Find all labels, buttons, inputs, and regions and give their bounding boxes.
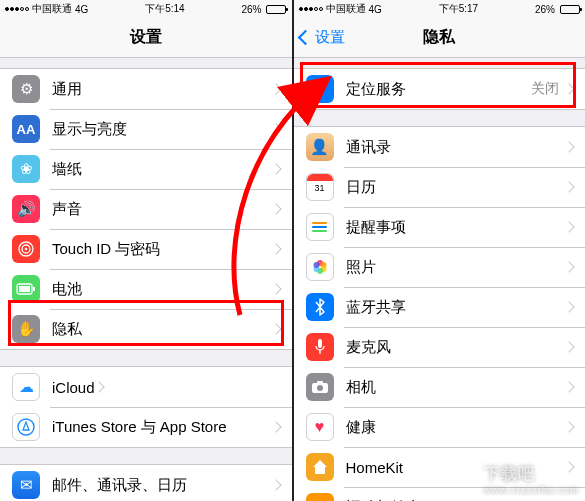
touchid-icon bbox=[12, 235, 40, 263]
mail-icon: ✉ bbox=[12, 471, 40, 499]
time-label: 下午5:17 bbox=[439, 2, 478, 16]
chevron-right-icon bbox=[270, 421, 281, 432]
wallpaper-icon: ❀ bbox=[12, 155, 40, 183]
chevron-right-icon bbox=[270, 203, 281, 214]
chevron-right-icon bbox=[270, 123, 281, 134]
chevron-right-icon bbox=[270, 83, 281, 94]
calendar-icon: 31 bbox=[306, 173, 334, 201]
nav-bar: 设置 隐私 bbox=[294, 18, 586, 58]
display-icon: AA bbox=[12, 115, 40, 143]
camera-icon bbox=[306, 373, 334, 401]
bluetooth-icon bbox=[306, 293, 334, 321]
svg-rect-19 bbox=[317, 381, 323, 384]
left-phone: 中国联通 4G 下午5:14 26% 设置 ⚙ 通用 AA 显示与亮度 ❀ 墙纸 bbox=[0, 0, 292, 501]
status-bar: 中国联通 4G 下午5:14 26% bbox=[0, 0, 292, 18]
battery-pct: 26% bbox=[241, 4, 261, 15]
battery-pct: 26% bbox=[535, 4, 555, 15]
row-display[interactable]: AA 显示与亮度 bbox=[0, 109, 292, 149]
sound-icon: 🔊 bbox=[12, 195, 40, 223]
row-reminders[interactable]: 提醒事项 bbox=[294, 207, 586, 247]
settings-list[interactable]: ⚙ 通用 AA 显示与亮度 ❀ 墙纸 🔊 声音 Touch ID 与 bbox=[0, 58, 292, 501]
row-privacy[interactable]: ✋ 隐私 bbox=[0, 309, 292, 349]
photos-icon bbox=[306, 253, 334, 281]
row-general[interactable]: ⚙ 通用 bbox=[0, 69, 292, 109]
svg-point-20 bbox=[317, 385, 323, 391]
icloud-icon: ☁ bbox=[12, 373, 40, 401]
battery-icon bbox=[560, 5, 580, 14]
row-calendar[interactable]: 31 日历 bbox=[294, 167, 586, 207]
chevron-right-icon bbox=[563, 461, 574, 472]
privacy-list[interactable]: 定位服务 关闭 👤 通讯录 31 日历 提醒事项 bbox=[294, 58, 586, 501]
back-button[interactable]: 设置 bbox=[300, 28, 345, 47]
chevron-right-icon bbox=[270, 323, 281, 334]
general-icon: ⚙ bbox=[12, 75, 40, 103]
chevron-right-icon bbox=[563, 421, 574, 432]
chevron-right-icon bbox=[270, 479, 281, 490]
chevron-right-icon bbox=[270, 243, 281, 254]
right-phone: 中国联通 4G 下午5:17 26% 设置 隐私 定位服务 关闭 👤 bbox=[292, 0, 586, 501]
chevron-right-icon bbox=[563, 83, 574, 94]
svg-rect-5 bbox=[19, 286, 30, 292]
row-battery[interactable]: 电池 bbox=[0, 269, 292, 309]
chevron-right-icon bbox=[563, 141, 574, 152]
page-title: 隐私 bbox=[423, 27, 455, 48]
row-motion[interactable]: 运动与健身 bbox=[294, 487, 586, 501]
carrier-label: 中国联通 bbox=[326, 2, 366, 16]
svg-point-2 bbox=[25, 248, 28, 251]
row-photos[interactable]: 照片 bbox=[294, 247, 586, 287]
time-label: 下午5:14 bbox=[145, 2, 184, 16]
nav-bar: 设置 bbox=[0, 18, 292, 58]
chevron-right-icon bbox=[563, 261, 574, 272]
row-sound[interactable]: 🔊 声音 bbox=[0, 189, 292, 229]
row-wallpaper[interactable]: ❀ 墙纸 bbox=[0, 149, 292, 189]
health-icon: ♥ bbox=[306, 413, 334, 441]
row-icloud[interactable]: ☁ iCloud bbox=[0, 367, 292, 407]
chevron-right-icon bbox=[563, 221, 574, 232]
chevron-right-icon bbox=[270, 163, 281, 174]
svg-rect-16 bbox=[318, 339, 322, 348]
page-title: 设置 bbox=[130, 27, 162, 48]
contacts-icon: 👤 bbox=[306, 133, 334, 161]
carrier-label: 中国联通 bbox=[32, 2, 72, 16]
mic-icon bbox=[306, 333, 334, 361]
reminders-icon bbox=[306, 213, 334, 241]
network-label: 4G bbox=[75, 4, 88, 15]
battery-icon bbox=[266, 5, 286, 14]
network-label: 4G bbox=[369, 4, 382, 15]
chevron-right-icon bbox=[270, 283, 281, 294]
chevron-right-icon bbox=[563, 301, 574, 312]
row-camera[interactable]: 相机 bbox=[294, 367, 586, 407]
appstore-icon bbox=[12, 413, 40, 441]
status-bar: 中国联通 4G 下午5:17 26% bbox=[294, 0, 586, 18]
row-homekit[interactable]: HomeKit bbox=[294, 447, 586, 487]
motion-icon bbox=[306, 493, 334, 501]
row-mail[interactable]: ✉ 邮件、通讯录、日历 bbox=[0, 465, 292, 501]
row-location-services[interactable]: 定位服务 关闭 bbox=[294, 69, 586, 109]
privacy-icon: ✋ bbox=[12, 315, 40, 343]
signal-dots-icon bbox=[5, 7, 29, 11]
row-bluetooth[interactable]: 蓝牙共享 bbox=[294, 287, 586, 327]
row-microphone[interactable]: 麦克风 bbox=[294, 327, 586, 367]
homekit-icon bbox=[306, 453, 334, 481]
row-appstore[interactable]: iTunes Store 与 App Store bbox=[0, 407, 292, 447]
chevron-right-icon bbox=[563, 341, 574, 352]
row-detail: 关闭 bbox=[531, 80, 559, 98]
row-contacts[interactable]: 👤 通讯录 bbox=[294, 127, 586, 167]
chevron-right-icon bbox=[563, 381, 574, 392]
signal-dots-icon bbox=[299, 7, 323, 11]
svg-rect-4 bbox=[33, 287, 35, 291]
row-touchid[interactable]: Touch ID 与密码 bbox=[0, 229, 292, 269]
battery-icon bbox=[12, 275, 40, 303]
svg-point-15 bbox=[313, 262, 319, 268]
location-icon bbox=[306, 75, 334, 103]
chevron-left-icon bbox=[297, 30, 313, 46]
chevron-right-icon bbox=[563, 181, 574, 192]
chevron-right-icon bbox=[93, 381, 104, 392]
row-health[interactable]: ♥ 健康 bbox=[294, 407, 586, 447]
